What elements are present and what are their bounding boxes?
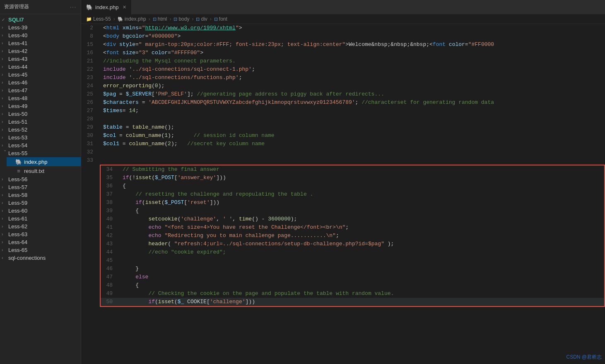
code-editor[interactable]: 2 <html xmlns="http://www.w3.org/1999/xh… — [81, 24, 605, 364]
sidebar-item-less-43[interactable]: › Less-43 — [0, 55, 81, 63]
breadcrumb-sep5: › — [210, 16, 212, 22]
sidebar-title: 资源管理器 — [4, 3, 29, 10]
line-number: 43 — [101, 240, 119, 248]
sidebar-item-sql-connections[interactable]: › sql-connections — [0, 254, 81, 262]
arrow-icon: › — [3, 150, 7, 157]
sidebar-item-less-54[interactable]: › Less-54 — [0, 141, 81, 149]
sidebar-item-less-59[interactable]: › Less-59 — [0, 199, 81, 207]
item-label: Less-60 — [8, 208, 27, 214]
arrow-icon: › — [2, 65, 8, 69]
tab-close-button[interactable]: × — [123, 4, 126, 10]
line-number: 49 — [101, 290, 119, 298]
breadcrumb-font[interactable]: ⊡ font — [214, 16, 227, 22]
line-code: if(isset($_POST['reset'])) — [119, 199, 604, 207]
sidebar-item-less-56[interactable]: › Less-56 — [0, 175, 81, 183]
sidebar-item-less-52[interactable]: › Less-52 — [0, 126, 81, 134]
table-row: 39 { — [101, 207, 604, 215]
line-code: if(isset($_ COOKIE['challenge'])) — [119, 298, 604, 306]
line-code: { — [119, 182, 604, 190]
arrow-icon: › — [2, 232, 8, 237]
sidebar-item-less-62[interactable]: › Less-62 — [0, 223, 81, 230]
line-code: include '../sql-connections/sql-connect-… — [100, 65, 605, 74]
tab-index-php[interactable]: 🐘 index.php × — [81, 0, 132, 14]
breadcrumb-font-label: font — [219, 16, 227, 22]
breadcrumb-sep3: › — [169, 16, 171, 22]
sidebar-item-less-58[interactable]: › Less-58 — [0, 191, 81, 199]
main-editor: 🐘 index.php × 📁 Less-55 › 🐘 index.php › … — [81, 0, 605, 364]
sidebar-item-less-63[interactable]: › Less-63 — [0, 230, 81, 238]
sidebar-item-less-60[interactable]: › Less-60 — [0, 207, 81, 215]
sidebar-item-less-53[interactable]: › Less-53 — [0, 134, 81, 141]
sidebar-item-less-51[interactable]: › Less-51 — [0, 118, 81, 126]
table-row: 31 $col1 = column_name(2); //secret key … — [81, 140, 605, 148]
code-table: 2 <html xmlns="http://www.w3.org/1999/xh… — [81, 24, 605, 165]
breadcrumb-less55[interactable]: 📁 Less-55 — [86, 16, 111, 22]
line-code: { — [119, 207, 604, 215]
sidebar-item-index-php[interactable]: 🐘 index.php — [7, 157, 81, 166]
table-row: 24 error_reporting(0); — [81, 82, 605, 90]
sidebar-item-less-42[interactable]: › Less-42 — [0, 47, 81, 55]
sidebar-item-less-64[interactable]: › Less-64 — [0, 238, 81, 246]
line-number: 41 — [101, 223, 119, 232]
sidebar-item-less-39[interactable]: › Less-39 — [0, 24, 81, 31]
line-number: 16 — [81, 49, 100, 57]
line-code: echo "Redirecting you to main challenge … — [119, 232, 604, 240]
table-row: 22 include '../sql-connections/sql-conne… — [81, 65, 605, 74]
arrow-icon: › — [2, 96, 8, 101]
sidebar-root-item[interactable]: ✓ SQLI7 — [0, 16, 81, 24]
sidebar-item-less-48[interactable]: › Less-48 — [0, 94, 81, 102]
item-label: Less-52 — [8, 127, 27, 133]
line-code: $pag = $_SERVER['PHP_SELF']; //generatin… — [100, 90, 605, 98]
php-icon: 🐘 — [118, 17, 123, 22]
table-row: 32 — [81, 148, 605, 156]
sidebar-item-less-47[interactable]: › Less-47 — [0, 86, 81, 94]
sidebar-item-less-50[interactable]: › Less-50 — [0, 110, 81, 118]
sidebar-item-less-49[interactable]: › Less-49 — [0, 102, 81, 110]
line-code: $times= 14; — [100, 107, 605, 115]
sidebar-item-less-41[interactable]: › Less-41 — [0, 39, 81, 47]
arrow-icon: › — [2, 143, 8, 148]
line-code: <div style=" margin-top:20px;color:#FFF;… — [100, 41, 605, 49]
arrow-icon: › — [2, 185, 8, 189]
sidebar: 资源管理器 ··· ✓ SQLI7 › Less-39 › Less-40 › … — [0, 0, 81, 364]
table-row: 23 include '../sql-connections/functions… — [81, 74, 605, 82]
arrow-icon: › — [2, 49, 8, 53]
line-code: else — [119, 273, 604, 281]
breadcrumb-html[interactable]: ⊡ html — [153, 16, 167, 22]
sidebar-item-less-61[interactable]: › Less-61 — [0, 215, 81, 223]
arrow-icon: › — [2, 208, 8, 213]
line-number: 29 — [81, 123, 100, 132]
sidebar-item-less-40[interactable]: › Less-40 — [0, 31, 81, 39]
line-number: 32 — [81, 148, 100, 156]
breadcrumb-div[interactable]: ⊡ div — [196, 16, 207, 22]
line-number: 39 — [101, 207, 119, 215]
sidebar-item-result-txt[interactable]: ≡ result.txt — [7, 166, 81, 175]
line-code: } — [119, 265, 604, 273]
sidebar-menu-dots[interactable]: ··· — [70, 4, 77, 10]
item-label: Less-64 — [8, 239, 27, 245]
sidebar-item-less-57[interactable]: › Less-57 — [0, 183, 81, 191]
sidebar-item-less-55[interactable]: › Less-55 — [0, 149, 81, 157]
table-row: 21 //including the Mysql connect paramet… — [81, 57, 605, 65]
line-code: // Checking the cookie on the page and p… — [119, 290, 604, 298]
line-code: <font size="3" color="#FFFF00"> — [100, 49, 605, 57]
item-label: Less-56 — [8, 176, 27, 182]
line-code — [119, 256, 604, 265]
breadcrumb-indexphp[interactable]: 🐘 index.php — [118, 16, 146, 22]
line-code: $col = column_name(1); // session id col… — [100, 132, 605, 140]
folder-icon: 📁 — [86, 17, 92, 22]
line-number: 34 — [101, 165, 119, 174]
breadcrumb-less55-label: Less-55 — [93, 16, 111, 22]
table-row: 45 — [101, 256, 604, 265]
line-code: { — [119, 281, 604, 290]
sidebar-item-less-44[interactable]: › Less-44 — [0, 63, 81, 71]
sidebar-item-less-65[interactable]: › Less-65 — [0, 246, 81, 254]
item-label: Less-61 — [8, 216, 27, 222]
line-number: 30 — [81, 132, 100, 140]
root-arrow-icon: ✓ — [2, 17, 8, 22]
watermark: CSDN @君桥志 — [566, 354, 602, 361]
sidebar-item-less-45[interactable]: › Less-45 — [0, 71, 81, 79]
sidebar-item-less-46[interactable]: › Less-46 — [0, 79, 81, 86]
breadcrumb-body[interactable]: ⊡ body — [174, 16, 189, 22]
item-label: Less-62 — [8, 223, 27, 230]
